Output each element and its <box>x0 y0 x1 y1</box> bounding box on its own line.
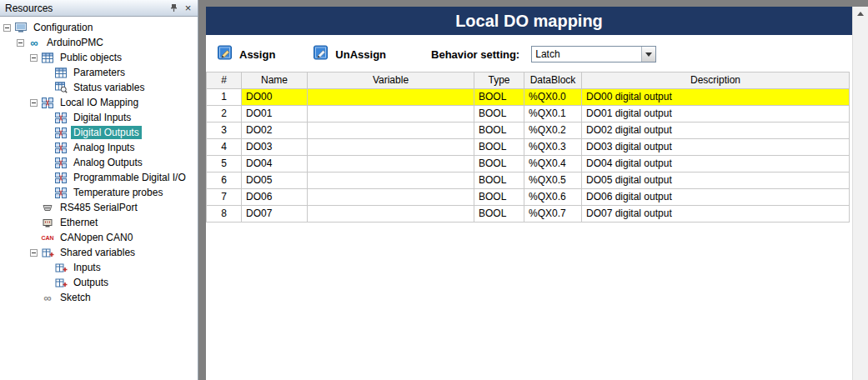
cell-type[interactable]: BOOL <box>474 89 524 106</box>
table-row[interactable]: 4DO03BOOL%QX0.3DO03 digital output <box>207 139 850 156</box>
cell-type[interactable]: BOOL <box>474 106 524 122</box>
cell-name[interactable]: DO05 <box>242 172 308 189</box>
cell-variable[interactable] <box>308 172 474 189</box>
tree-expander-icon[interactable] <box>17 39 24 47</box>
cell-datablock[interactable]: %QX0.2 <box>524 122 582 139</box>
cell-variable[interactable] <box>308 89 474 106</box>
tree-item-ethernet[interactable]: Ethernet <box>0 215 198 230</box>
cell-name[interactable]: DO01 <box>242 106 308 122</box>
tree-item-public-objects[interactable]: Public objects <box>0 50 198 65</box>
cell-description[interactable]: DO01 digital output <box>582 106 850 122</box>
cell-variable[interactable] <box>308 156 474 172</box>
tree-item-analog-outputs[interactable]: Analog Outputs <box>0 155 198 170</box>
tree-item-canopen-can0[interactable]: CANCANopen CAN0 <box>0 230 198 245</box>
cell-name[interactable]: DO07 <box>242 206 308 222</box>
cell-num[interactable]: 8 <box>207 206 242 222</box>
assign-button[interactable]: Assign <box>218 45 275 64</box>
cell-num[interactable]: 2 <box>207 106 242 122</box>
cell-type[interactable]: BOOL <box>474 156 524 172</box>
io-mapping-icon <box>54 187 68 198</box>
cell-variable[interactable] <box>308 139 474 156</box>
table-row[interactable]: 8DO07BOOL%QX0.7DO07 digital output <box>207 206 850 222</box>
cell-variable[interactable] <box>308 106 474 122</box>
cell-description[interactable]: DO06 digital output <box>582 189 850 206</box>
tree-item-local-io-mapping[interactable]: Local IO Mapping <box>0 95 198 110</box>
close-icon[interactable]: × <box>181 2 195 14</box>
tree-item-label: Outputs <box>71 276 111 289</box>
tree-item-arduinopmc[interactable]: ∞ArduinoPMC <box>0 35 198 50</box>
cell-datablock[interactable]: %QX0.6 <box>524 189 582 206</box>
cell-description[interactable]: DO05 digital output <box>582 172 850 189</box>
table-row[interactable]: 6DO05BOOL%QX0.5DO05 digital output <box>207 172 850 189</box>
cell-description[interactable]: DO02 digital output <box>582 122 850 139</box>
cell-num[interactable]: 1 <box>207 89 242 106</box>
tree-item-parameters[interactable]: Parameters <box>0 65 198 80</box>
cell-name[interactable]: DO02 <box>242 122 308 139</box>
combo-dropdown-button[interactable] <box>641 47 655 62</box>
cell-variable[interactable] <box>308 206 474 222</box>
behavior-setting-select[interactable]: Latch <box>531 46 656 62</box>
vertical-scrollbar[interactable] <box>852 7 868 380</box>
tree-expander-icon[interactable] <box>30 54 38 62</box>
cell-num[interactable]: 7 <box>207 189 242 206</box>
table-search-icon <box>54 82 68 93</box>
tree-item-inputs[interactable]: Inputs <box>0 260 198 275</box>
cell-description[interactable]: DO07 digital output <box>582 206 850 222</box>
cell-datablock[interactable]: %QX0.5 <box>524 172 582 189</box>
cell-num[interactable]: 5 <box>207 156 242 172</box>
cell-name[interactable]: DO00 <box>242 89 308 106</box>
tree-item-programmable-digital-i-o[interactable]: Programmable Digital I/O <box>0 170 198 185</box>
cell-type[interactable]: BOOL <box>474 172 524 189</box>
tree-item-digital-inputs[interactable]: Digital Inputs <box>0 110 198 125</box>
can-icon: CAN <box>41 232 54 243</box>
tree-item-label: Shared variables <box>58 246 138 259</box>
tree-expander-icon[interactable] <box>3 24 11 32</box>
column-header-description[interactable]: Description <box>582 72 850 89</box>
scroll-up-button[interactable] <box>853 7 868 21</box>
unassign-button[interactable]: UnAssign <box>314 45 386 64</box>
cell-datablock[interactable]: %QX0.0 <box>524 89 582 106</box>
tree-item-temperature-probes[interactable]: Temperature probes <box>0 185 198 200</box>
tree-item-status-variables[interactable]: Status variables <box>0 80 198 95</box>
cell-description[interactable]: DO04 digital output <box>582 156 850 172</box>
cell-num[interactable]: 6 <box>207 172 242 189</box>
cell-name[interactable]: DO06 <box>242 189 308 206</box>
cell-type[interactable]: BOOL <box>474 206 524 222</box>
tree-item-label: Temperature probes <box>71 186 165 199</box>
column-header-[interactable]: # <box>207 72 242 89</box>
cell-name[interactable]: DO03 <box>242 139 308 156</box>
cell-variable[interactable] <box>308 122 474 139</box>
tree-item-shared-variables[interactable]: Shared variables <box>0 245 198 260</box>
table-row[interactable]: 3DO02BOOL%QX0.2DO02 digital output <box>207 122 850 139</box>
cell-description[interactable]: DO00 digital output <box>582 89 850 106</box>
pin-icon[interactable] <box>167 2 181 14</box>
table-row[interactable]: 2DO01BOOL%QX0.1DO01 digital output <box>207 106 850 122</box>
column-header-type[interactable]: Type <box>474 72 524 89</box>
cell-variable[interactable] <box>308 189 474 206</box>
table-row[interactable]: 5DO04BOOL%QX0.4DO04 digital output <box>207 156 850 172</box>
cell-num[interactable]: 4 <box>207 139 242 156</box>
tree-item-configuration[interactable]: Configuration <box>0 20 198 35</box>
tree-item-sketch[interactable]: ∞Sketch <box>0 290 198 305</box>
column-header-variable[interactable]: Variable <box>308 72 474 89</box>
cell-type[interactable]: BOOL <box>474 189 524 206</box>
tree-expander-icon[interactable] <box>30 249 38 257</box>
cell-name[interactable]: DO04 <box>242 156 308 172</box>
cell-datablock[interactable]: %QX0.3 <box>524 139 582 156</box>
column-header-datablock[interactable]: DataBlock <box>524 72 582 89</box>
cell-num[interactable]: 3 <box>207 122 242 139</box>
cell-description[interactable]: DO03 digital output <box>582 139 850 156</box>
cell-type[interactable]: BOOL <box>474 122 524 139</box>
tree-item-rs485-serialport[interactable]: RS485 SerialPort <box>0 200 198 215</box>
table-row[interactable]: 7DO06BOOL%QX0.6DO06 digital output <box>207 189 850 206</box>
cell-type[interactable]: BOOL <box>474 139 524 156</box>
cell-datablock[interactable]: %QX0.4 <box>524 156 582 172</box>
tree-item-digital-outputs[interactable]: Digital Outputs <box>0 125 198 140</box>
tree-expander-icon[interactable] <box>30 99 38 107</box>
tree-item-analog-inputs[interactable]: Analog Inputs <box>0 140 198 155</box>
column-header-name[interactable]: Name <box>242 72 308 89</box>
table-row[interactable]: 1DO00BOOL%QX0.0DO00 digital output <box>207 89 850 106</box>
tree-item-outputs[interactable]: Outputs <box>0 275 198 290</box>
cell-datablock[interactable]: %QX0.7 <box>524 206 582 222</box>
cell-datablock[interactable]: %QX0.1 <box>524 106 582 122</box>
